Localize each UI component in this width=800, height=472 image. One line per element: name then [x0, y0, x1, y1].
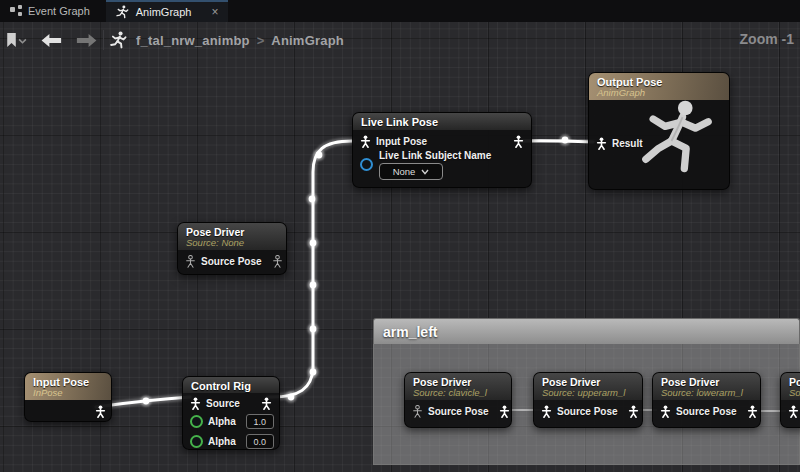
float-pin-icon[interactable]	[190, 415, 203, 428]
chevron-down-icon	[421, 169, 429, 175]
subject-name-dropdown[interactable]: None	[379, 163, 443, 180]
alpha-value-input[interactable]: 1.0	[246, 414, 274, 429]
tab-label: Event Graph	[28, 5, 90, 17]
node-title: Live Link Pose	[361, 116, 523, 128]
pin-label: Source	[206, 398, 240, 409]
pose-output-pin-icon[interactable]	[747, 405, 758, 418]
close-tab-icon[interactable]: ×	[211, 6, 218, 18]
node-subtitle: Source: None	[186, 237, 278, 248]
node-header: Live Link Pose	[353, 113, 531, 130]
alpha-value-input[interactable]: 0.0	[246, 434, 274, 449]
dropdown-value: None	[393, 166, 416, 177]
pose-output-pin-icon[interactable]	[513, 135, 524, 148]
breadcrumb-separator: >	[257, 33, 265, 48]
node-input-pose[interactable]: Input Pose InPose	[24, 372, 112, 422]
pin-label: Source Pose	[557, 406, 618, 417]
node-header: Pose Driver Source: clavicle_l	[405, 373, 511, 400]
node-output-pose[interactable]: Output Pose AnimGraph Result	[588, 72, 730, 190]
node-title: Control Rig	[191, 380, 271, 392]
node-subtitle: Source: upperarm_l	[542, 387, 634, 398]
pose-output-pin-icon[interactable]	[261, 397, 272, 410]
pin-label: Input Pose	[376, 136, 427, 147]
node-subtitle: Source:	[789, 387, 800, 398]
navigate-forward-icon[interactable]	[75, 34, 97, 47]
pose-input-pin-icon[interactable]	[190, 397, 201, 410]
node-header: Input Pose InPose	[25, 373, 111, 400]
node-live-link-pose[interactable]: Live Link Pose Input Pose Live Link Subj…	[352, 112, 532, 188]
tab-bar: Event Graph AnimGraph ×	[0, 0, 800, 22]
bookmark-chevron-icon[interactable]	[18, 36, 27, 45]
tab-event-graph[interactable]: Event Graph	[0, 0, 100, 22]
node-header: Pose Driver Source: lowerarm_l	[653, 373, 760, 400]
pose-output-pin-icon[interactable]	[95, 405, 106, 418]
breadcrumb-current[interactable]: AnimGraph	[271, 33, 344, 48]
comment-header[interactable]: arm_left	[373, 318, 800, 344]
pose-output-pin-icon[interactable]	[272, 255, 283, 268]
pose-input-pin-icon[interactable]	[412, 405, 423, 418]
name-pin-icon[interactable]	[360, 158, 373, 171]
event-graph-icon	[10, 5, 22, 17]
node-header: Pose Driver Source: upperarm_l	[534, 373, 642, 400]
pose-input-pin-icon[interactable]	[185, 255, 196, 268]
pose-input-pin-icon[interactable]	[360, 135, 371, 148]
pin-label: Source Pose	[201, 256, 262, 267]
zoom-level-label: Zoom -1	[740, 31, 794, 47]
tab-animgraph[interactable]: AnimGraph ×	[106, 0, 229, 22]
node-header: Pose Driver Source: None	[178, 223, 286, 250]
pin-label: Source Pose	[676, 406, 737, 417]
node-header: Output Pose AnimGraph	[589, 73, 729, 100]
animgraph-runner-icon	[116, 5, 130, 19]
pose-input-pin-icon[interactable]	[660, 405, 671, 418]
float-pin-icon[interactable]	[190, 435, 203, 448]
node-header: Pose Driver Source:	[781, 373, 800, 400]
node-pose-driver-lowerarm-l[interactable]: Pose Driver Source: lowerarm_l Source Po…	[652, 372, 761, 428]
node-control-rig[interactable]: Control Rig Source Alpha 1.0 Alpha 0.0	[182, 376, 280, 450]
navigate-back-icon[interactable]	[41, 34, 63, 47]
pose-output-pin-icon[interactable]	[499, 405, 510, 418]
node-subtitle: Source: lowerarm_l	[661, 387, 752, 398]
node-pose-driver-clavicle-l[interactable]: Pose Driver Source: clavicle_l Source Po…	[404, 372, 512, 428]
pose-input-pin-icon[interactable]	[788, 405, 799, 418]
mannequin-preview-image	[631, 97, 723, 185]
pin-label: Alpha	[208, 416, 236, 427]
pose-input-pin-icon[interactable]	[596, 137, 607, 150]
bookmark-icon[interactable]	[5, 32, 18, 48]
pose-input-pin-icon[interactable]	[541, 405, 552, 418]
node-subtitle: InPose	[33, 387, 103, 398]
node-pose-driver-upperarm-l[interactable]: Pose Driver Source: upperarm_l Source Po…	[533, 372, 643, 428]
divider	[103, 30, 104, 50]
pin-label: Alpha	[208, 436, 236, 447]
node-subtitle: Source: clavicle_l	[413, 387, 503, 398]
breadcrumb-runner-icon	[110, 31, 128, 49]
node-pose-driver-partial[interactable]: Pose Driver Source: Source Pose	[780, 372, 800, 428]
node-pose-driver-none[interactable]: Pose Driver Source: None Source Pose	[177, 222, 287, 275]
node-header: Control Rig	[183, 377, 279, 393]
subject-name-label: Live Link Subject Name	[379, 150, 491, 161]
pin-label: Source Pose	[428, 406, 489, 417]
breadcrumb-root[interactable]: f_tal_nrw_animbp	[136, 33, 250, 48]
tab-label: AnimGraph	[136, 6, 192, 18]
comment-title: arm_left	[383, 324, 437, 340]
pose-output-pin-icon[interactable]	[628, 405, 639, 418]
